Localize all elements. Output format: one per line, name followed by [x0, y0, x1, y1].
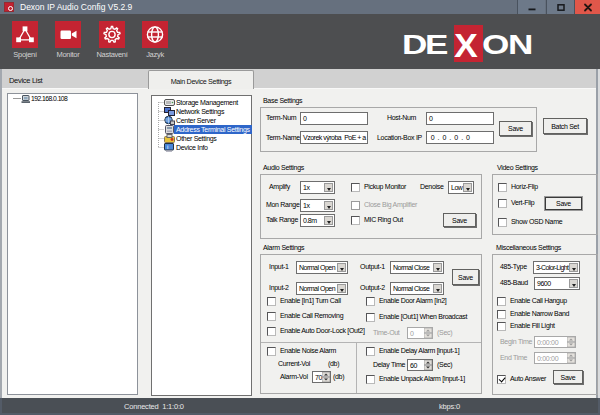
- svg-text:i: i: [167, 144, 168, 150]
